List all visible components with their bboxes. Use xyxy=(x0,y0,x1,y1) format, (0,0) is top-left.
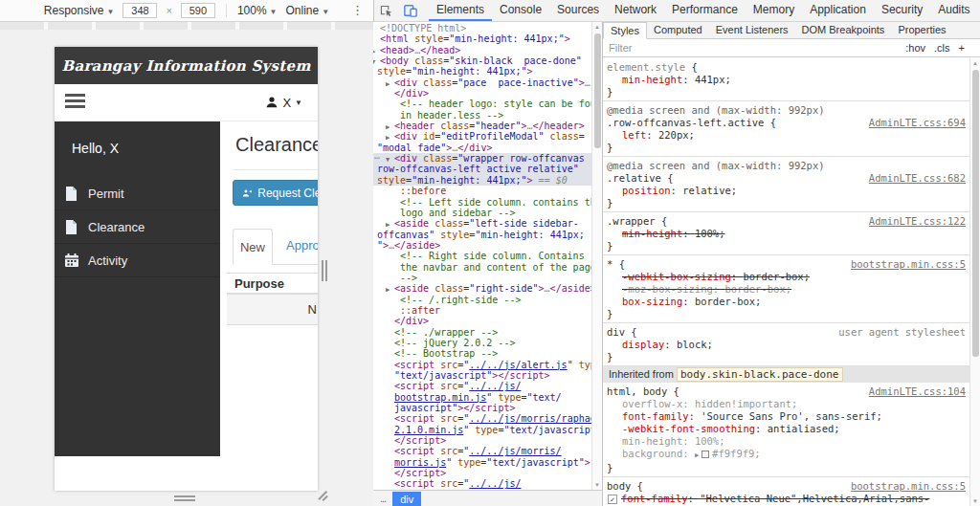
inspect-element-icon[interactable] xyxy=(374,0,398,21)
styles-subtab-dom-breakpoints[interactable]: DOM Breakpoints xyxy=(795,22,892,38)
device-mode-select[interactable]: Responsive▼ xyxy=(44,4,115,17)
code-line[interactable]: ::before xyxy=(373,186,591,196)
css-property[interactable]: -webkit-font-smoothing: antialiased; xyxy=(607,423,966,435)
styles-subtab-properties[interactable]: Properties xyxy=(891,22,952,38)
styles-subtab-styles[interactable]: Styles xyxy=(603,22,647,39)
code-line[interactable]: <!-- Left side column. contains the xyxy=(373,197,591,208)
code-line[interactable]: <script src="../../js/ xyxy=(373,478,591,489)
code-line[interactable]: in header.less --> xyxy=(373,110,591,121)
new-style-rule-button[interactable]: + xyxy=(959,42,965,54)
devtools-tab-memory[interactable]: Memory xyxy=(746,0,802,21)
scrollbar-thumb[interactable] xyxy=(972,70,979,357)
toggle-hover-state-button[interactable]: :hov xyxy=(905,42,925,54)
device-toolbar-menu-icon[interactable]: ⋮ xyxy=(351,3,364,17)
code-line[interactable]: ▶<head>…</head> xyxy=(373,45,591,55)
styles-subtab-event-listeners[interactable]: Event Listeners xyxy=(709,22,795,38)
inherited-from-node[interactable]: body.skin-black.pace-done xyxy=(677,367,843,382)
code-line[interactable]: <script src="../../js/ xyxy=(373,381,591,391)
code-line[interactable]: <!-- jQuery 2.0.2 --> xyxy=(373,338,591,348)
styles-subtab-computed[interactable]: Computed xyxy=(647,22,709,38)
zoom-select[interactable]: 100%▼ xyxy=(237,4,278,17)
code-line[interactable]: style="min-height: 441px;"> xyxy=(373,66,591,77)
sidebar-item-clearance[interactable]: Clearance xyxy=(55,210,220,244)
code-line[interactable]: <!DOCTYPE html> xyxy=(373,23,591,33)
stylesheet-link[interactable]: AdminLTE.css:682 xyxy=(869,172,966,185)
code-line[interactable]: </div> xyxy=(373,88,591,99)
code-line[interactable]: ▶<div id="editProfileModal" class= xyxy=(373,131,591,142)
tab-new[interactable]: New xyxy=(233,229,273,265)
code-line[interactable]: </div> xyxy=(373,316,591,326)
viewport-height-input[interactable] xyxy=(181,3,215,18)
code-line[interactable]: --> xyxy=(373,273,591,283)
filter-input[interactable]: Filter xyxy=(603,42,905,54)
code-line[interactable]: "modal fade">…</div> xyxy=(373,143,591,153)
sidebar-item-activity[interactable]: Activity xyxy=(55,244,220,277)
css-property[interactable]: min-height: 100%; xyxy=(607,435,966,448)
code-line[interactable]: <!-- Right side column. Contains xyxy=(373,251,591,261)
request-clearance-button[interactable]: Request Clearance xyxy=(233,180,318,206)
scrollbar-thumb[interactable] xyxy=(594,33,601,148)
css-property[interactable]: min-height: 100%; xyxy=(607,228,966,240)
user-menu[interactable]: X ▼ xyxy=(265,96,302,110)
code-line[interactable]: ▶<aside class="right-side">…</aside> xyxy=(373,283,591,294)
stylesheet-link[interactable]: bootstrap.min.css:5 xyxy=(851,480,966,493)
code-line[interactable]: ▶<header class="header">…</header> xyxy=(373,121,591,131)
elements-scrollbar[interactable]: ▲ ▼ xyxy=(591,22,602,490)
hamburger-menu-icon[interactable] xyxy=(65,94,85,111)
devtools-tab-network[interactable]: Network xyxy=(607,0,664,21)
viewport-width-input[interactable] xyxy=(122,3,157,18)
devtools-tab-elements[interactable]: Elements xyxy=(429,0,492,21)
css-property[interactable]: display: block; xyxy=(607,339,966,351)
css-property[interactable]: background: ▶#f9f9f9; xyxy=(607,448,966,462)
css-property[interactable]: ✓font-family: "Helvetica Neue",Helvetica… xyxy=(607,493,966,506)
devtools-tab-console[interactable]: Console xyxy=(492,0,549,21)
code-line[interactable]: <!-- Bootstrap --> xyxy=(373,348,591,359)
viewport-resize-handle-right[interactable] xyxy=(322,260,327,281)
code-line[interactable]: offcanvas" style="min-height: 441px; xyxy=(373,230,591,240)
network-throttle-select[interactable]: Online▼ xyxy=(286,4,330,17)
code-line[interactable]: "text/javascript"></script> xyxy=(373,370,591,381)
stylesheet-link[interactable]: AdminLTE.css:104 xyxy=(869,385,966,398)
devtools-tab-performance[interactable]: Performance xyxy=(664,0,746,21)
stylesheet-link[interactable]: bootstrap.min.css:5 xyxy=(851,258,966,271)
code-line[interactable]: </script> xyxy=(373,468,591,478)
code-line[interactable]: morris.js" type="text/javascript"> xyxy=(373,457,591,468)
scroll-down-icon[interactable]: ▼ xyxy=(970,498,980,504)
code-line[interactable]: javascript"></script> xyxy=(373,403,591,413)
code-line[interactable]: <html style="min-height: 441px;"> xyxy=(373,33,591,44)
breadcrumb-overflow[interactable]: ... xyxy=(373,493,392,504)
node-menu-dots[interactable]: … xyxy=(374,150,379,161)
devtools-tab-security[interactable]: Security xyxy=(874,0,930,21)
code-line[interactable]: <script src="../../js/alert.js" type= xyxy=(373,360,591,370)
devtools-tab-audits[interactable]: Audits xyxy=(930,0,977,21)
css-property[interactable]: left: 220px; xyxy=(607,129,966,142)
toggle-device-toolbar-icon[interactable] xyxy=(398,0,423,21)
code-line[interactable]: <!-- header logo: style can be found xyxy=(373,99,591,109)
code-line[interactable]: 2.1.0.min.js" type="text/javascript"> xyxy=(373,425,591,435)
sidebar-item-permit[interactable]: Permit xyxy=(55,177,220,210)
code-line[interactable]: ▶<div class="pace pace-inactive">… xyxy=(373,77,591,88)
breadcrumb-current-node[interactable]: div xyxy=(392,492,421,506)
code-line[interactable]: ">…</aside> xyxy=(373,240,591,251)
stylesheet-link[interactable]: AdminLTE.css:694 xyxy=(869,117,966,129)
viewport-resize-handle-corner[interactable] xyxy=(316,489,329,502)
code-line[interactable]: <script src="../../js/morris/raphael- xyxy=(373,413,591,424)
tab-approved[interactable]: Approved xyxy=(273,228,318,264)
css-property[interactable]: box-sizing: border-box; xyxy=(607,296,966,308)
code-line[interactable]: ▼<body class="skin-black pace-done" xyxy=(373,55,591,66)
code-line[interactable]: <script src="../../js/morris/ xyxy=(373,446,591,456)
scroll-down-icon[interactable]: ▼ xyxy=(592,482,602,488)
css-property[interactable]: -moz-box-sizing: border-box; xyxy=(607,283,966,296)
code-line[interactable]: bootstrap.min.js" type="text/ xyxy=(373,392,591,403)
devtools-tab-sources[interactable]: Sources xyxy=(549,0,607,21)
property-checkbox[interactable]: ✓ xyxy=(608,495,617,504)
code-line[interactable]: ::after xyxy=(373,305,591,316)
devtools-tab-application[interactable]: Application xyxy=(802,0,874,21)
code-line[interactable]: <!-- /.right-side --> xyxy=(373,295,591,305)
viewport-resize-handle-bottom[interactable] xyxy=(174,495,195,501)
css-property[interactable]: position: relative; xyxy=(607,185,966,197)
css-property[interactable]: font-family: 'Source Sans Pro', sans-ser… xyxy=(607,410,966,423)
code-line[interactable]: </script> xyxy=(373,435,591,446)
toggle-classes-button[interactable]: .cls xyxy=(934,42,950,54)
code-line[interactable]: ▶<aside class="left-side sidebar- xyxy=(373,218,591,229)
